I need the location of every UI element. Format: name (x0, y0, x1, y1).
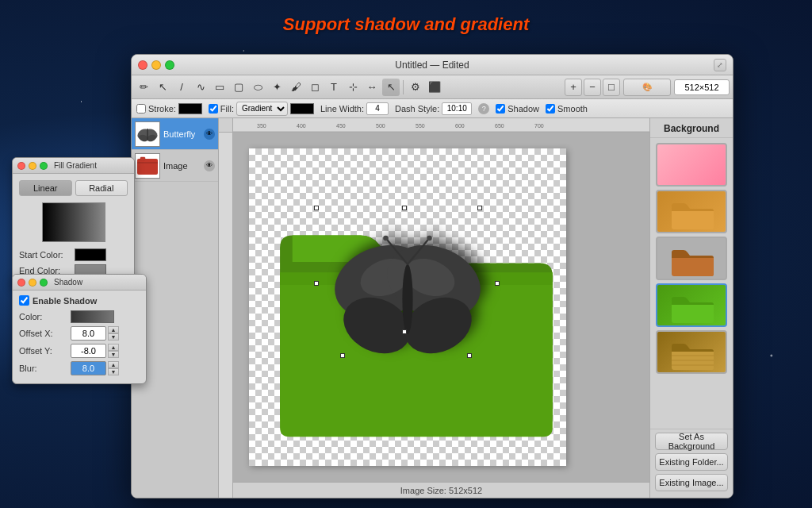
smooth-checkbox[interactable] (546, 104, 555, 114)
shadow-color-row: Color: (19, 310, 140, 323)
brush-tool[interactable]: 🖌 (287, 79, 304, 96)
help-icon[interactable]: ? (478, 103, 489, 114)
bg-thumb-wood[interactable] (656, 330, 727, 374)
shadow-blur-input[interactable] (71, 361, 106, 375)
offset-x-spinner: ▲ ▼ (108, 326, 119, 341)
fill-checkbox[interactable] (209, 104, 218, 114)
selection-handle-mr[interactable] (495, 281, 500, 286)
selection-handle-bm[interactable] (402, 329, 407, 334)
arrow-tool[interactable]: ↖ (382, 79, 400, 96)
selection-handle-tl[interactable] (314, 206, 319, 210)
close-button[interactable] (138, 60, 147, 70)
eraser-tool[interactable]: ◻ (306, 79, 324, 96)
offset-y-down[interactable]: ▼ (108, 351, 119, 358)
blur-up[interactable]: ▲ (108, 361, 119, 368)
canvas-area[interactable]: 350 400 450 500 550 600 650 700 (219, 118, 649, 498)
gradient-zoom-btn[interactable] (40, 162, 48, 170)
existing-image-btn[interactable]: Existing Image... (655, 474, 728, 491)
color-picker-btn[interactable]: 🎨 (623, 79, 671, 96)
bg-thumb-green-folder[interactable] (656, 283, 727, 327)
shadow-minimize-btn[interactable] (29, 279, 36, 287)
shadow-close-btn[interactable] (17, 279, 25, 287)
start-color-row: Start Color: (19, 248, 128, 261)
shadow-offset-x-input[interactable] (71, 326, 106, 341)
bg-thumb-pink[interactable] (656, 143, 727, 187)
shadow-color-swatch[interactable] (71, 310, 114, 323)
zoom-fit-btn[interactable]: □ (603, 79, 620, 96)
fill-select[interactable]: Gradient Solid None (236, 102, 288, 116)
zoom-in-btn[interactable]: + (565, 79, 582, 96)
bg-thumb-brown-folder[interactable] (656, 190, 727, 233)
fill-color[interactable] (290, 103, 314, 114)
offset-x-down[interactable]: ▼ (108, 333, 119, 341)
canvas-content[interactable] (249, 148, 566, 466)
line-tool[interactable]: / (173, 79, 190, 96)
select-tool[interactable]: ↖ (154, 79, 171, 96)
size-input[interactable] (674, 79, 730, 95)
svg-point-26 (383, 236, 389, 241)
selection-handle-tm[interactable] (402, 206, 407, 210)
shadow-checkbox[interactable] (496, 104, 505, 114)
blur-down[interactable]: ▼ (108, 368, 119, 375)
fullscreen-icon[interactable]: ⤢ (714, 59, 726, 71)
shadow-offset-y-input[interactable] (71, 344, 106, 358)
offset-x-up[interactable]: ▲ (108, 326, 119, 333)
enable-shadow-row: Enable Shadow (19, 295, 140, 306)
selection-handle-ml[interactable] (314, 281, 319, 286)
bg-thumb-dark-folder[interactable] (656, 237, 727, 280)
svg-text:350: 350 (257, 123, 266, 129)
zoom-button[interactable] (165, 60, 174, 70)
image-size-label: Image Size: 512x512 (400, 486, 482, 495)
transform-tool[interactable]: ↔ (363, 79, 381, 96)
stroke-option: Stroke: (136, 103, 202, 114)
svg-point-23 (402, 264, 412, 334)
radial-tab[interactable]: Radial (75, 180, 128, 196)
enable-shadow-checkbox[interactable] (19, 295, 29, 306)
layer-image-label: Image (163, 161, 201, 171)
offset-y-up[interactable]: ▲ (108, 344, 119, 351)
text-tool[interactable]: T (325, 79, 343, 96)
svg-text:400: 400 (297, 123, 306, 129)
dash-style-input[interactable] (442, 102, 472, 115)
stroke-checkbox[interactable] (136, 104, 146, 114)
export-icon[interactable]: ⬛ (426, 79, 443, 96)
stroke-color[interactable] (178, 103, 202, 114)
selection-handle-br[interactable] (467, 353, 472, 358)
gradient-panel-body: Linear Radial Start Color: End Color: (13, 174, 134, 287)
layer-image-visibility[interactable]: 👁 (204, 160, 215, 171)
traffic-lights (138, 60, 174, 70)
existing-folder-btn[interactable]: Existing Folder... (655, 453, 728, 471)
pencil-tool[interactable]: ✏ (135, 79, 152, 96)
enable-shadow-label: Enable Shadow (33, 296, 97, 306)
shadow-zoom-btn[interactable] (40, 279, 48, 287)
butterfly-image[interactable] (320, 212, 495, 387)
gradient-panel-title: Fill Gradient (54, 161, 97, 170)
shadow-blur-label: Blur: (19, 364, 71, 373)
selection-tool[interactable]: ⊹ (344, 79, 362, 96)
rect-tool[interactable]: ▭ (211, 79, 228, 96)
selection-handle-tr[interactable] (477, 206, 482, 210)
layer-image[interactable]: Image 👁 (132, 150, 218, 182)
gradient-minimize-btn[interactable] (29, 162, 36, 170)
curve-tool[interactable]: ∿ (192, 79, 209, 96)
minimize-button[interactable] (151, 60, 161, 70)
gradient-close-btn[interactable] (17, 162, 25, 170)
start-color-swatch[interactable] (75, 248, 106, 261)
ellipse-tool[interactable]: ⬭ (249, 79, 266, 96)
layer-butterfly[interactable]: Butterfly 👁 (132, 118, 218, 150)
background-thumbnails (650, 138, 733, 429)
stroke-label: Stroke: (148, 104, 176, 114)
zoom-out-btn[interactable]: − (584, 79, 601, 96)
line-width-input[interactable] (366, 102, 389, 115)
gradient-preview (42, 202, 105, 242)
star-tool[interactable]: ✦ (268, 79, 285, 96)
linear-tab[interactable]: Linear (19, 180, 72, 196)
set-background-btn[interactable]: Set As Background (655, 433, 728, 450)
roundrect-tool[interactable]: ▢ (230, 79, 247, 96)
settings-icon[interactable]: ⚙ (407, 79, 424, 96)
layer-butterfly-visibility[interactable]: 👁 (204, 129, 215, 140)
selection-handle-bl[interactable] (340, 353, 345, 358)
main-window: Untitled — Edited ⤢ ✏ ↖ / ∿ ▭ ▢ ⬭ ✦ 🖌 ◻ … (131, 54, 733, 498)
layer-butterfly-thumb (135, 121, 160, 147)
svg-text:700: 700 (534, 123, 544, 129)
